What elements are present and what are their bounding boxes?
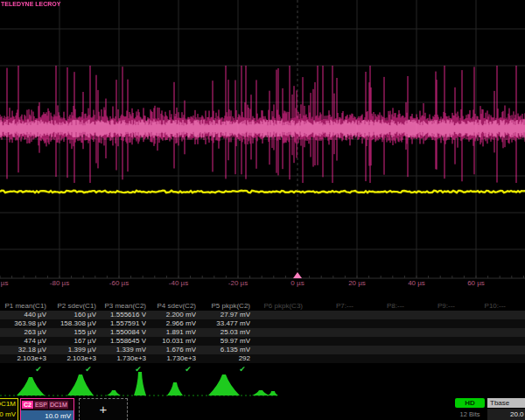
measure-param-header-unused[interactable]: P9:--- (408, 302, 455, 311)
measure-value-cell: 2.200 mV (150, 311, 196, 319)
measure-value-cell: 292 (200, 354, 250, 363)
measure-param-header[interactable]: P3 mean(C2) (100, 302, 146, 311)
measure-value-cell: 10.031 mV (150, 337, 196, 346)
measure-value-cell: 1.891 mV (150, 328, 196, 337)
channel-c2-descriptor[interactable]: C2 ESP DC1M 10.0 mV (20, 398, 74, 420)
brand-label: TELEDYNE LECROY (1, 1, 60, 7)
measure-param-header-unused[interactable]: P8:--- (357, 302, 404, 311)
time-axis-label: 60 µs (467, 279, 485, 287)
measure-param-header-unused[interactable]: P7:--- (306, 302, 354, 311)
measure-value-cell: 6.135 mV (200, 346, 250, 354)
measure-status-check-icon: ✔ (31, 364, 46, 374)
measure-value-cell: 167 µV (50, 337, 96, 346)
measure-value-cell: 1.558645 V (100, 337, 146, 346)
histogram-peak (134, 372, 146, 396)
hd-mode-badge: HD (455, 398, 485, 408)
measure-value-cell: 1.555616 V (100, 311, 146, 319)
measure-value-cell: 2.103e+3 (0, 354, 46, 363)
oscilloscope-screen: TELEDYNE LECROY -100 µs-80 µs-60 µs-40 µ… (0, 0, 525, 420)
measure-status-check-icon: ✔ (130, 364, 146, 374)
measure-param-header[interactable]: P5 pkpk(C2) (200, 302, 250, 311)
c1-coupling-label: DC1M (0, 399, 18, 409)
c2-scale-value: 10.0 mV (21, 410, 74, 420)
time-axis-label: 20 µs (348, 279, 366, 287)
measure-value-cell: 1.339 mV (100, 346, 146, 354)
measure-value-cell: 1.730e+3 (150, 354, 196, 363)
channel-c1-descriptor[interactable]: DC1M 10.0 mV (0, 398, 18, 420)
measure-value-cell: 474 µV (0, 337, 46, 346)
histogram-peak (17, 377, 45, 396)
measure-value-cell: 263 µV (0, 328, 46, 337)
time-axis-label: -80 µs (50, 279, 69, 287)
measure-param-header[interactable]: P4 sdev(C2) (150, 302, 196, 311)
measure-value-cell: 33.477 mV (200, 319, 250, 328)
measure-value-cell: 158.308 µV (50, 319, 96, 328)
time-axis-label: -40 µs (169, 279, 188, 287)
c2-channel-badge: C2 (22, 401, 33, 409)
add-trace-button[interactable]: + (79, 398, 128, 420)
measure-value-cell: 32.18 µV (0, 346, 46, 354)
timebase-descriptor[interactable]: Tbase 20.0 µs (487, 398, 525, 420)
measure-value-cell: 1.399 µV (50, 346, 96, 354)
histogram-peak (167, 382, 183, 396)
histogram-peak (67, 374, 94, 396)
hd-bits-label: 12 Bits (455, 410, 485, 418)
histogram-peak (107, 390, 121, 396)
measure-value-cell: 59.97 mV (200, 337, 250, 346)
measure-value-cell: 1.550084 V (100, 328, 146, 337)
measure-value-cell: 155 µV (50, 328, 96, 337)
measure-value-cell: 363.98 µV (0, 319, 46, 328)
measure-value-cell: 1.676 mV (150, 346, 196, 354)
measure-value-cell: 2.103e+3 (50, 354, 96, 363)
timebase-value: 20.0 µs (487, 409, 525, 420)
timebase-label: Tbase (487, 398, 525, 408)
c1-scale-value: 10.0 mV (0, 409, 18, 418)
measure-value-cell: 25.03 mV (200, 328, 250, 337)
measure-value-cell: 440 µV (0, 311, 46, 319)
trigger-position-icon (293, 272, 302, 278)
plus-icon: + (100, 402, 108, 416)
measure-value-cell: 1.730e+3 (100, 354, 146, 363)
c2-esp-tag: ESP (34, 401, 48, 409)
histogram-peak (208, 374, 240, 396)
measure-status-check-icon: ✔ (180, 364, 196, 374)
time-axis-label: 0 µs (290, 279, 304, 287)
measure-param-header[interactable]: P1 mean(C1) (0, 302, 46, 311)
measure-value-cell: 160 µV (50, 311, 96, 319)
c2-descriptor-header: C2 ESP DC1M (21, 399, 74, 410)
histogram-peak (268, 391, 278, 396)
time-axis-label: -60 µs (109, 279, 129, 287)
measure-value-cell: 2.966 mV (150, 319, 196, 328)
c2-coupling-tag: DC1M (49, 401, 68, 409)
measure-status-check-icon: ✔ (80, 364, 96, 374)
measure-param-header-unused[interactable]: P6 pkpk(C3) (256, 302, 303, 311)
measure-value-cell: 1.557591 V (100, 319, 146, 328)
time-axis-label: 40 µs (408, 279, 425, 287)
measure-param-header-unused[interactable]: P10:--- (458, 302, 506, 311)
time-axis-label: -20 µs (228, 279, 248, 287)
measure-param-header[interactable]: P2 sdev(C1) (50, 302, 96, 311)
time-axis-label: -100 µs (0, 279, 8, 287)
measure-value-cell: 27.97 mV (200, 311, 250, 319)
measure-status-check-icon: ✔ (234, 364, 250, 374)
c1-flat-waveform (0, 191, 525, 192)
histogram-peak (252, 390, 270, 396)
